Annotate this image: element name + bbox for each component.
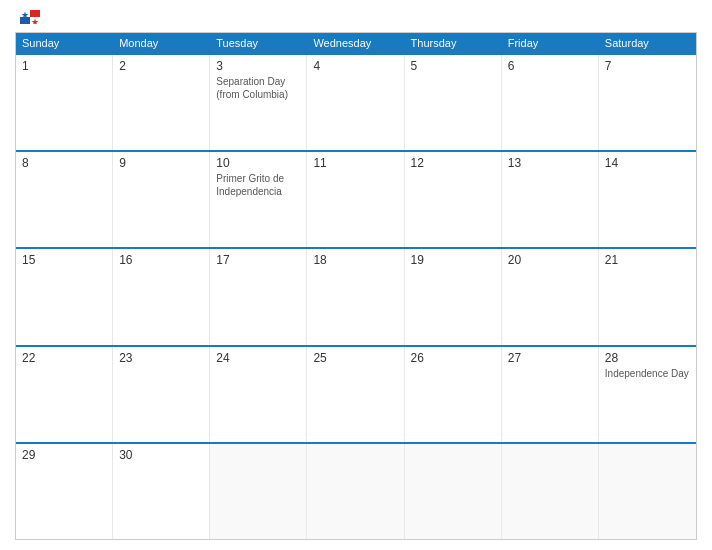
day-cell: 30: [113, 444, 210, 539]
day-number: 3: [216, 59, 300, 73]
day-cell: 13: [502, 152, 599, 247]
day-number: 16: [119, 253, 203, 267]
day-number: 8: [22, 156, 106, 170]
day-number: 29: [22, 448, 106, 462]
day-cell: 29: [16, 444, 113, 539]
day-cell: 22: [16, 347, 113, 442]
day-number: 13: [508, 156, 592, 170]
day-cell: 2: [113, 55, 210, 150]
day-number: 12: [411, 156, 495, 170]
day-number: 28: [605, 351, 690, 365]
day-number: 21: [605, 253, 690, 267]
day-number: 18: [313, 253, 397, 267]
day-cell: 10Primer Grito de Independencia: [210, 152, 307, 247]
calendar-page: SundayMondayTuesdayWednesdayThursdayFrid…: [0, 0, 712, 550]
event-label: Independence Day: [605, 368, 689, 379]
week-row-2: 8910Primer Grito de Independencia1112131…: [16, 150, 696, 247]
day-number: 10: [216, 156, 300, 170]
day-number: 7: [605, 59, 690, 73]
day-cell: 15: [16, 249, 113, 344]
day-number: 14: [605, 156, 690, 170]
day-cell: [599, 444, 696, 539]
day-cell: 12: [405, 152, 502, 247]
svg-rect-1: [30, 10, 40, 17]
day-cell: 23: [113, 347, 210, 442]
day-number: 5: [411, 59, 495, 73]
day-cell: 26: [405, 347, 502, 442]
week-row-1: 123Separation Day (from Columbia)4567: [16, 53, 696, 150]
day-cell: 28Independence Day: [599, 347, 696, 442]
day-cell: [210, 444, 307, 539]
day-number: 22: [22, 351, 106, 365]
event-label: Primer Grito de Independencia: [216, 173, 284, 197]
week-row-5: 2930: [16, 442, 696, 539]
day-number: 26: [411, 351, 495, 365]
event-label: Separation Day (from Columbia): [216, 76, 288, 100]
day-cell: [502, 444, 599, 539]
day-number: 19: [411, 253, 495, 267]
day-number: 2: [119, 59, 203, 73]
day-cell: 11: [307, 152, 404, 247]
day-cell: 7: [599, 55, 696, 150]
day-number: 9: [119, 156, 203, 170]
day-cell: 8: [16, 152, 113, 247]
day-cell: 18: [307, 249, 404, 344]
calendar-grid: SundayMondayTuesdayWednesdayThursdayFrid…: [15, 32, 697, 540]
day-header-sunday: Sunday: [16, 33, 113, 53]
day-cell: 9: [113, 152, 210, 247]
header: [15, 10, 697, 24]
day-number: 17: [216, 253, 300, 267]
day-number: 23: [119, 351, 203, 365]
week-row-4: 22232425262728Independence Day: [16, 345, 696, 442]
day-header-tuesday: Tuesday: [210, 33, 307, 53]
day-cell: 3Separation Day (from Columbia): [210, 55, 307, 150]
svg-rect-2: [20, 17, 30, 24]
day-number: 4: [313, 59, 397, 73]
logo: [15, 10, 43, 24]
day-headers: SundayMondayTuesdayWednesdayThursdayFrid…: [16, 33, 696, 53]
weeks-container: 123Separation Day (from Columbia)4567891…: [16, 53, 696, 539]
day-header-wednesday: Wednesday: [307, 33, 404, 53]
day-cell: 1: [16, 55, 113, 150]
day-number: 6: [508, 59, 592, 73]
day-cell: 14: [599, 152, 696, 247]
day-cell: 20: [502, 249, 599, 344]
day-header-monday: Monday: [113, 33, 210, 53]
day-cell: 4: [307, 55, 404, 150]
day-number: 1: [22, 59, 106, 73]
week-row-3: 15161718192021: [16, 247, 696, 344]
day-header-friday: Friday: [502, 33, 599, 53]
day-cell: 25: [307, 347, 404, 442]
day-number: 24: [216, 351, 300, 365]
day-cell: 19: [405, 249, 502, 344]
day-number: 11: [313, 156, 397, 170]
day-number: 25: [313, 351, 397, 365]
day-cell: [405, 444, 502, 539]
logo-flag-icon: [20, 10, 40, 24]
day-cell: 17: [210, 249, 307, 344]
day-cell: 16: [113, 249, 210, 344]
day-cell: 5: [405, 55, 502, 150]
day-cell: 24: [210, 347, 307, 442]
day-cell: 27: [502, 347, 599, 442]
day-header-saturday: Saturday: [599, 33, 696, 53]
day-number: 27: [508, 351, 592, 365]
day-cell: 6: [502, 55, 599, 150]
day-number: 30: [119, 448, 203, 462]
day-cell: 21: [599, 249, 696, 344]
day-cell: [307, 444, 404, 539]
day-number: 20: [508, 253, 592, 267]
day-header-thursday: Thursday: [405, 33, 502, 53]
day-number: 15: [22, 253, 106, 267]
